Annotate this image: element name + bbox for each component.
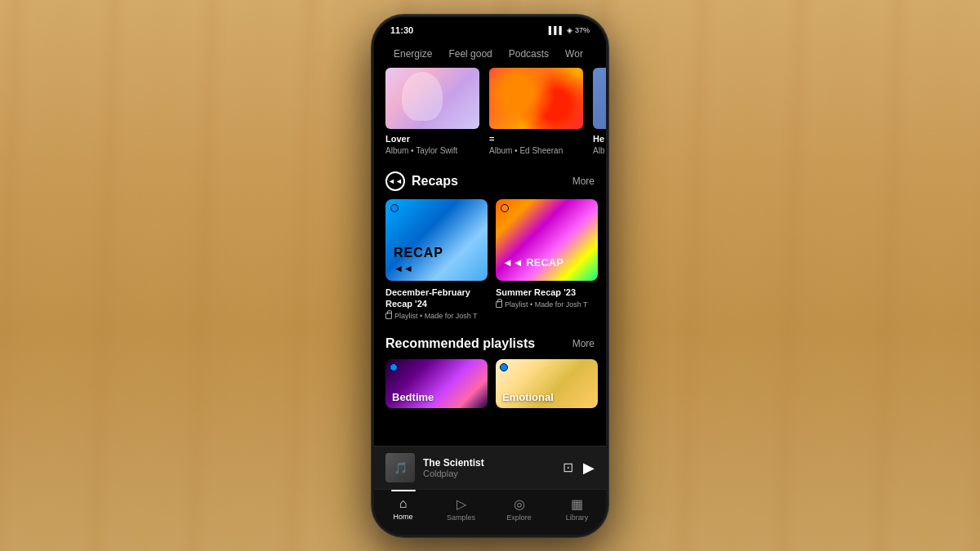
recap-icon: ◄◄ <box>385 171 405 191</box>
album-title: Lover <box>385 134 479 144</box>
lock-icon <box>385 313 392 319</box>
now-playing-artist: Coldplay <box>423 469 555 478</box>
recaps-section-header: ◄◄ Recaps More <box>374 165 606 199</box>
recap-meta: Playlist • Made for Josh T <box>385 312 488 320</box>
nav-explore-label: Explore <box>506 513 532 522</box>
recap-row: December-February Recap '24 Playlist • M… <box>374 199 606 331</box>
bottom-nav: ⌂ Home ▷ Samples ◎ Explore ▦ Library <box>374 489 606 535</box>
badge-dot <box>390 204 399 212</box>
album-thumb-lover <box>385 68 479 129</box>
nav-library[interactable]: ▦ Library <box>548 496 606 522</box>
album-row: Lover Album • Taylor Swift = Album • Ed … <box>374 68 606 165</box>
recaps-more-button[interactable]: More <box>572 176 595 187</box>
list-item[interactable]: = Album • Ed Sheeran <box>489 68 583 155</box>
tab-podcasts[interactable]: Podcasts <box>501 45 557 63</box>
status-bar: 11:30 ▌▌▌ ◈ 37% <box>374 17 606 40</box>
list-item[interactable]: Lover Album • Taylor Swift <box>385 68 479 155</box>
status-time: 11:30 <box>390 25 413 35</box>
now-playing-title: The Scientist <box>423 457 555 469</box>
album-thumb-equals <box>489 68 583 129</box>
list-item[interactable]: Emotional <box>496 359 598 408</box>
recap-thumb-dec <box>385 199 488 281</box>
nav-home-label: Home <box>393 513 412 521</box>
recommended-title: Recommended playlists <box>385 336 535 351</box>
badge-dot <box>500 363 508 371</box>
recap-name: December-February Recap '24 <box>385 287 488 310</box>
lock-icon <box>496 301 502 308</box>
recap-meta: Playlist • Made for Josh T <box>496 300 598 309</box>
recommended-more-button[interactable]: More <box>572 338 595 349</box>
tab-energize[interactable]: Energize <box>385 45 440 63</box>
playback-controls: ⊡ ▶ <box>563 459 595 477</box>
now-playing-info: The Scientist Coldplay <box>423 457 555 478</box>
explore-icon: ◎ <box>514 496 525 512</box>
album-title: = <box>489 134 583 144</box>
nav-home[interactable]: ⌂ Home <box>374 496 432 521</box>
album-thumb-partial <box>593 68 606 129</box>
status-icons: ▌▌▌ ◈ 37% <box>549 26 590 34</box>
signal-icon: ▌▌▌ <box>549 26 564 34</box>
active-indicator <box>391 490 416 491</box>
phone-wrapper: 11:30 ▌▌▌ ◈ 37% Energize Feel good Podca… <box>372 15 608 537</box>
phone-screen: 11:30 ▌▌▌ ◈ 37% Energize Feel good Podca… <box>374 17 606 535</box>
badge-dot <box>390 363 398 371</box>
playlist-row: Bedtime Emotional <box>374 359 606 416</box>
nav-explore[interactable]: ◎ Explore <box>490 496 548 522</box>
nav-library-label: Library <box>566 513 589 522</box>
nav-samples[interactable]: ▷ Samples <box>432 496 490 522</box>
samples-icon: ▷ <box>457 496 466 512</box>
app-content: Energize Feel good Podcasts Wor Lover Al… <box>374 40 606 489</box>
list-item[interactable]: He Alb <box>593 68 606 155</box>
album-subtitle: Alb <box>593 146 606 155</box>
album-subtitle: Album • Taylor Swift <box>385 146 479 155</box>
playlist-label: Emotional <box>502 391 554 403</box>
tab-feelgood[interactable]: Feel good <box>440 45 500 63</box>
now-playing-thumbnail: 🎵 <box>385 453 415 482</box>
badge-dot <box>501 204 509 212</box>
wifi-icon: ◈ <box>567 26 572 34</box>
album-subtitle: Album • Ed Sheeran <box>489 146 583 155</box>
cast-icon[interactable]: ⊡ <box>563 460 573 475</box>
category-tabs: Energize Feel good Podcasts Wor <box>374 40 606 68</box>
recaps-title-row: ◄◄ Recaps <box>385 171 458 191</box>
library-icon: ▦ <box>571 496 583 512</box>
play-button[interactable]: ▶ <box>583 459 595 477</box>
recaps-title: Recaps <box>412 174 458 189</box>
nav-samples-label: Samples <box>447 513 475 522</box>
playlist-label: Bedtime <box>392 391 434 403</box>
recap-name: Summer Recap '23 <box>496 287 598 298</box>
home-icon: ⌂ <box>399 496 408 511</box>
list-item[interactable]: Summer Recap '23 Playlist • Made for Jos… <box>496 199 598 321</box>
list-item[interactable]: December-February Recap '24 Playlist • M… <box>385 199 488 321</box>
list-item[interactable]: Bedtime <box>385 359 488 408</box>
phone-shell: 11:30 ▌▌▌ ◈ 37% Energize Feel good Podca… <box>372 15 608 537</box>
album-title: He <box>593 134 606 144</box>
album-art: 🎵 <box>385 453 415 482</box>
recap-thumb-summer <box>496 199 598 281</box>
tab-wor[interactable]: Wor <box>557 45 591 63</box>
now-playing-bar[interactable]: 🎵 The Scientist Coldplay ⊡ ▶ <box>374 446 606 489</box>
recommended-section-header: Recommended playlists More <box>374 330 606 359</box>
battery-icon: 37% <box>575 26 590 34</box>
